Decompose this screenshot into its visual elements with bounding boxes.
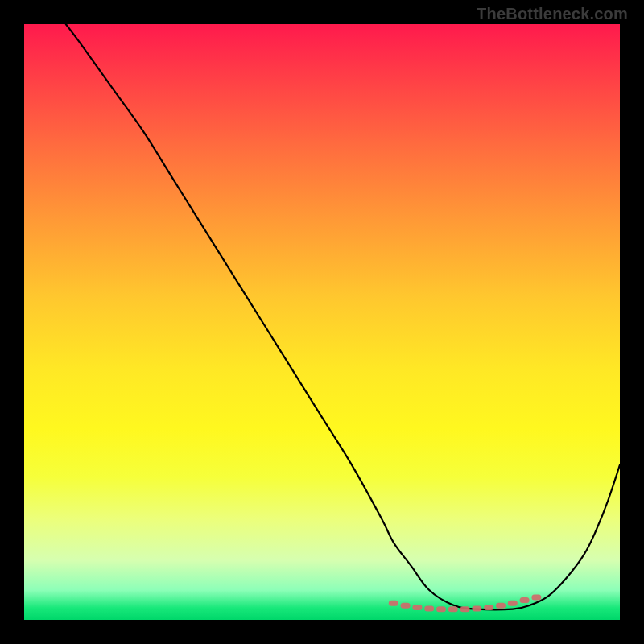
gradient-plot-area bbox=[24, 24, 620, 620]
chart-svg bbox=[24, 24, 620, 620]
optimal-marker bbox=[401, 603, 411, 609]
optimal-marker bbox=[531, 594, 541, 600]
optimal-marker bbox=[412, 605, 422, 610]
optimal-marker bbox=[436, 606, 446, 612]
optimal-marker bbox=[472, 605, 481, 611]
optimal-marker bbox=[520, 597, 530, 603]
bottleneck-curve bbox=[66, 24, 620, 609]
optimal-band-markers bbox=[389, 594, 542, 612]
optimal-marker bbox=[496, 603, 506, 609]
attribution-label: TheBottleneck.com bbox=[477, 5, 628, 23]
optimal-marker bbox=[508, 601, 518, 606]
chart-frame: TheBottleneck.com bbox=[0, 0, 644, 644]
optimal-marker bbox=[424, 605, 434, 611]
optimal-marker bbox=[389, 601, 398, 606]
optimal-marker bbox=[448, 606, 458, 612]
optimal-marker bbox=[484, 605, 493, 610]
optimal-marker bbox=[460, 606, 470, 612]
